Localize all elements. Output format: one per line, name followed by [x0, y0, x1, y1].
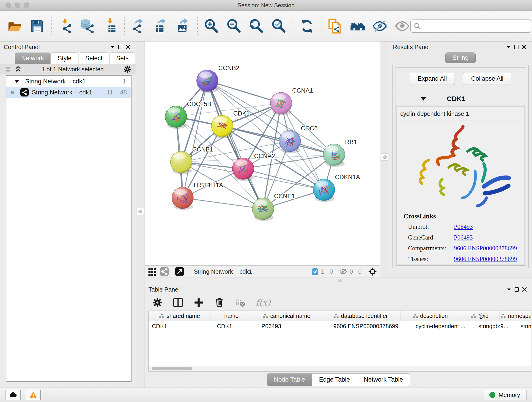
tab-edge-table[interactable]: Edge Table	[312, 373, 357, 386]
tissues-link[interactable]: 9606.ENSP00000378699	[454, 255, 517, 263]
table-delete-button[interactable]	[214, 297, 225, 308]
search-input[interactable]	[423, 22, 528, 30]
selected-checkbox-icon[interactable]	[312, 268, 318, 275]
column-header-database-identifier[interactable]: database identifier	[321, 311, 400, 321]
export-table-button[interactable]	[153, 18, 169, 34]
table-delete-table-icon	[234, 297, 245, 308]
expand-all-icon[interactable]	[14, 65, 22, 73]
table-panel-close-button[interactable]	[520, 286, 528, 293]
table-panel-float-button[interactable]	[513, 286, 520, 293]
export-image-button[interactable]	[176, 18, 191, 34]
table-row[interactable]: CDK1CDK1P064939606.ENSP00000378699cyclin…	[149, 321, 531, 331]
grid-mode-button[interactable]	[148, 267, 157, 276]
zoom-out-button[interactable]	[226, 18, 242, 34]
table-delete-table-button[interactable]	[234, 297, 245, 308]
collection-expand-icon[interactable]	[14, 80, 19, 83]
zoom-fit-button[interactable]	[249, 18, 264, 34]
column-header-description[interactable]: description	[400, 311, 460, 321]
network-options-gear-icon[interactable]	[123, 65, 132, 73]
table-cell[interactable]: CDK1	[149, 321, 214, 331]
network-row[interactable]: String Network – cdk1 11 48	[6, 87, 131, 98]
import-network-file-button[interactable]	[57, 18, 73, 34]
tab-select[interactable]: Select	[79, 52, 109, 64]
genecard-link[interactable]: P06493	[454, 234, 473, 241]
node-CDKN1A[interactable]: CDKN1A	[313, 174, 360, 202]
control-panel-collapse-button[interactable]	[109, 43, 116, 51]
right-splitter-handle[interactable]	[381, 153, 388, 161]
control-panel-float-button[interactable]	[116, 43, 124, 51]
table-cell[interactable]: cyclin-dependent ...	[412, 321, 475, 331]
memory-button[interactable]: Memory	[483, 390, 526, 400]
table-panel-collapse-button[interactable]	[505, 286, 513, 293]
node-CCNA1[interactable]: CCNA1	[270, 87, 313, 115]
edge-CCNB2-CCNE1[interactable]	[207, 81, 263, 209]
left-splitter-handle[interactable]	[137, 208, 144, 215]
edge-CCNB2-HIST1H1A[interactable]	[183, 81, 207, 198]
apply-preferred-layout-button[interactable]	[299, 18, 315, 34]
gene-collapse-icon[interactable]	[421, 97, 426, 101]
node-CDC25B[interactable]: CDC25B	[165, 101, 211, 129]
collapse-all-button[interactable]: Collapse All	[463, 73, 511, 85]
table-gear-button[interactable]	[152, 297, 163, 308]
import-table-file-button[interactable]	[102, 18, 118, 34]
fit-selected-button[interactable]	[368, 267, 377, 276]
compartments-link[interactable]: 9606.ENSP00000378699	[454, 245, 517, 252]
expand-all-button[interactable]: Expand All	[410, 73, 455, 85]
column-header-shared-name[interactable]: shared name	[149, 311, 211, 321]
node-CDK1[interactable]: CDK1	[211, 110, 250, 138]
column-header-name[interactable]: name	[211, 311, 252, 321]
zoom-in-button[interactable]	[204, 18, 219, 34]
results-panel-collapse-button[interactable]	[505, 43, 513, 51]
node-RB1[interactable]: RB1	[323, 139, 357, 167]
tab-string[interactable]: String	[445, 52, 476, 63]
network-canvas[interactable]: CCNB2 CCNA1 CDC25B CDK1 CDC6 RB1 CCNB1	[145, 41, 380, 265]
column-header-canonical-name[interactable]: canonical name	[252, 311, 321, 321]
zoom-selected-button[interactable]	[271, 18, 287, 34]
column-header-namespac[interactable]: namespac	[500, 311, 531, 321]
import-network-database-button[interactable]	[80, 18, 95, 34]
edge-HIST1H1A-CCNE1[interactable]	[183, 198, 263, 209]
selected-counts: 1 - 0	[312, 268, 333, 275]
table-columns-button[interactable]	[173, 297, 183, 308]
show-welcome-screen-button[interactable]	[350, 18, 365, 34]
node-CCNB1[interactable]: CCNB1	[171, 146, 213, 174]
network-from-selection-button[interactable]	[327, 18, 343, 34]
column-header--id[interactable]: @id	[460, 311, 500, 321]
network-collection-row[interactable]: String Network – cdk1 1	[6, 76, 131, 87]
table-cell[interactable]: stringdb	[517, 321, 531, 331]
tab-style[interactable]: Style	[51, 52, 78, 64]
results-panel-float-button[interactable]	[513, 43, 520, 51]
results-panel-close-button[interactable]	[520, 43, 528, 51]
table-fx-button[interactable]: f(x)	[255, 297, 273, 308]
control-panel-close-button[interactable]	[124, 43, 132, 51]
edge-CCNB2-CCNA1[interactable]	[207, 81, 281, 103]
table-horizontal-scrollbar	[149, 366, 531, 371]
table-add-button[interactable]	[193, 297, 204, 308]
network-row-label: String Network – cdk1	[32, 89, 92, 96]
uniprot-link[interactable]: P06493	[454, 223, 473, 230]
show-all-hidden-button[interactable]	[395, 18, 410, 34]
collapse-all-icon[interactable]	[4, 65, 12, 73]
cloud-status-button[interactable]	[6, 390, 21, 400]
tab-network[interactable]: Network	[15, 52, 51, 64]
gene-section-header[interactable]: CDK1	[395, 92, 526, 105]
tab-node-table[interactable]: Node Table	[267, 373, 312, 386]
warning-button[interactable]	[26, 390, 41, 400]
save-session-button[interactable]	[29, 18, 45, 34]
node-CCNE1[interactable]: CCNE1	[252, 193, 295, 221]
table-splitter-handle[interactable]	[338, 279, 342, 282]
tab-sets[interactable]: Sets	[109, 52, 135, 64]
network-selection-bar: 1 of 1 Network selected	[0, 64, 136, 75]
table-cell[interactable]: 9606.ENSP00000378699	[330, 321, 412, 331]
table-cell[interactable]: stringdb:9...	[475, 321, 517, 331]
table-cell[interactable]: P06493	[258, 321, 330, 331]
network-mode-button[interactable]	[160, 267, 169, 276]
node-HIST1H1A[interactable]: HIST1H1A	[172, 182, 223, 210]
table-cell[interactable]: CDK1	[214, 321, 258, 331]
hide-selected-button[interactable]	[372, 18, 388, 34]
birds-eye-view-button[interactable]	[175, 267, 184, 276]
scrollbar-thumb[interactable]	[152, 367, 192, 370]
export-network-button[interactable]	[131, 18, 146, 34]
open-file-button[interactable]	[7, 18, 22, 34]
tab-network-table[interactable]: Network Table	[357, 373, 410, 386]
